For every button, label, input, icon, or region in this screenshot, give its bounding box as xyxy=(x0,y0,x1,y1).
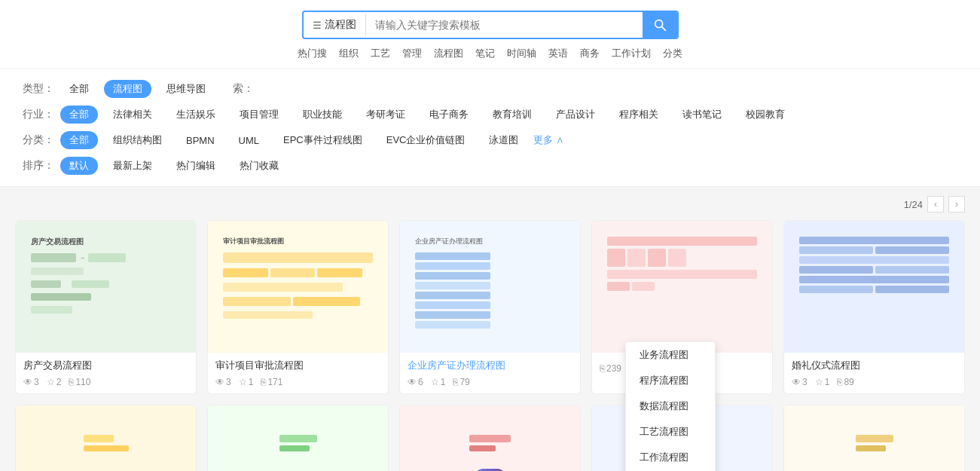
industry-pm[interactable]: 项目管理 xyxy=(230,106,288,124)
bottom-card-3[interactable] xyxy=(399,405,581,471)
svg-line-1 xyxy=(661,27,665,31)
card-5-title: 婚礼仪式流程图 xyxy=(792,359,957,372)
thumb-art-1: 房产交易流程图 → xyxy=(25,231,187,343)
card-3[interactable]: 企业房产证办理流程图 企业房产证办理流程图 xyxy=(399,220,581,394)
card-1-thumb: 房产交易流程图 → xyxy=(16,221,196,353)
industry-life[interactable]: 生活娱乐 xyxy=(167,106,224,124)
dropdown-item-business[interactable]: 业务流程图 xyxy=(626,342,715,368)
hot-tag-时间轴[interactable]: 时间轴 xyxy=(507,47,536,60)
dropdown-item-program[interactable]: 程序流程图 xyxy=(626,368,715,393)
dropdown-item-work[interactable]: 工作流程图 xyxy=(626,445,715,470)
cat-swim[interactable]: 泳道图 xyxy=(480,131,527,149)
card-2-title: 审计项目审批流程图 xyxy=(215,359,380,372)
cat-evc[interactable]: EVC企业价值链图 xyxy=(377,131,475,149)
card-3-stats: 👁 6 ☆ 1 ⎘ 79 xyxy=(408,377,572,387)
menu-icon: ☰ xyxy=(313,20,322,31)
category-filter-row: 分类： 全部 组织结构图 BPMN UML EPC事件过程线图 EVC企业价值链… xyxy=(23,127,957,153)
type-all[interactable]: 全部 xyxy=(60,80,98,98)
search-input[interactable] xyxy=(366,14,643,36)
hot-tag-笔记[interactable]: 笔记 xyxy=(475,47,495,60)
type-label: 类型： xyxy=(23,82,54,96)
thumb-art-2: 审计项目审批流程图 xyxy=(217,231,379,343)
card-5[interactable]: 婚礼仪式流程图 👁 3 ☆ 1 ⎘ 89 xyxy=(783,220,965,394)
next-page-button[interactable]: › xyxy=(948,196,965,213)
copy-icon-2: ⎘ xyxy=(261,377,266,387)
type-mindmap[interactable]: 思维导图 xyxy=(157,80,215,98)
search-icon xyxy=(653,18,667,32)
industry-label: 行业： xyxy=(23,108,54,121)
search-extra-label: 索： xyxy=(233,82,263,96)
bottom-cards-grid xyxy=(15,405,965,471)
industry-all[interactable]: 全部 xyxy=(60,106,98,124)
industry-exam[interactable]: 考研考证 xyxy=(357,106,414,124)
sort-hot-edit[interactable]: 热门编辑 xyxy=(167,157,224,175)
industry-dev[interactable]: 程序相关 xyxy=(610,106,667,124)
dropdown-item-data[interactable]: 数据流程图 xyxy=(626,393,715,419)
card-5-views: 👁 3 xyxy=(792,377,808,387)
industry-education[interactable]: 教育培训 xyxy=(484,106,541,124)
sort-default[interactable]: 默认 xyxy=(60,157,98,175)
industry-skill[interactable]: 职业技能 xyxy=(294,106,351,124)
hot-tag-工艺[interactable]: 工艺 xyxy=(371,47,390,60)
cat-org[interactable]: 组织结构图 xyxy=(104,131,171,149)
card-2[interactable]: 审计项目审批流程图 xyxy=(207,220,389,394)
cat-bpmn[interactable]: BPMN xyxy=(177,133,224,148)
bottom-card-2[interactable] xyxy=(207,405,389,471)
cards-grid: 房产交易流程图 → xyxy=(15,220,965,394)
sort-hot-fav[interactable]: 热门收藏 xyxy=(230,157,288,175)
copy-icon-4: ⎘ xyxy=(600,363,605,374)
bottom-card-5[interactable] xyxy=(783,405,965,471)
industry-product[interactable]: 产品设计 xyxy=(547,106,604,124)
bottom-card-2-thumb xyxy=(208,405,388,471)
copy-icon-5: ⎘ xyxy=(837,377,842,387)
cat-all[interactable]: 全部 xyxy=(60,131,98,149)
more-button[interactable]: 更多 ∧ xyxy=(533,133,564,147)
industry-ecommerce[interactable]: 电子商务 xyxy=(420,106,478,124)
search-type-label: 流程图 xyxy=(325,18,356,32)
category-label: 分类： xyxy=(23,133,54,147)
cat-uml[interactable]: UML xyxy=(230,133,268,148)
card-5-info: 婚礼仪式流程图 👁 3 ☆ 1 ⎘ 89 xyxy=(784,353,964,393)
card-1-title: 房产交易流程图 xyxy=(23,359,188,372)
eye-icon: 👁 xyxy=(23,377,32,387)
star-icon-3: ☆ xyxy=(431,377,439,387)
type-flowchart[interactable]: 流程图 xyxy=(104,80,151,98)
industry-notes[interactable]: 读书笔记 xyxy=(673,106,731,124)
bottom-card-5-thumb xyxy=(784,405,964,471)
hot-tag-商务[interactable]: 商务 xyxy=(580,47,600,60)
hot-tag-流程图[interactable]: 流程图 xyxy=(434,47,463,60)
search-bar: ☰ 流程图 热门搜组织工艺管理流程图笔记时间轴英语商务工作计划分类 xyxy=(0,0,980,69)
star-icon: ☆ xyxy=(47,377,55,387)
card-1-info: 房产交易流程图 👁 3 ☆ 2 ⎘ 110 xyxy=(16,353,196,393)
card-3-stars: ☆ 1 xyxy=(431,377,446,387)
card-5-stats: 👁 3 ☆ 1 ⎘ 89 xyxy=(792,377,957,387)
card-1-stats: 👁 3 ☆ 2 ⎘ 110 xyxy=(23,377,188,387)
thumb-art-5 xyxy=(793,231,955,343)
search-button[interactable] xyxy=(643,12,677,38)
dropdown-item-craft[interactable]: 工艺流程图 xyxy=(626,419,715,445)
industry-legal[interactable]: 法律相关 xyxy=(104,106,161,124)
card-3-thumb: 企业房产证办理流程图 xyxy=(400,221,580,353)
hot-tag-分类[interactable]: 分类 xyxy=(663,47,682,60)
prev-page-button[interactable]: ‹ xyxy=(927,196,944,213)
copy-icon-3: ⎘ xyxy=(453,377,458,387)
card-1[interactable]: 房产交易流程图 → xyxy=(15,220,197,394)
card-2-stats: 👁 3 ☆ 1 ⎘ 171 xyxy=(215,377,380,387)
search-type-selector[interactable]: ☰ 流程图 xyxy=(304,14,366,36)
hot-tag-组织[interactable]: 组织 xyxy=(339,47,359,60)
card-2-thumb: 审计项目审批流程图 xyxy=(208,221,388,353)
eye-icon-2: 👁 xyxy=(215,377,224,387)
search-input-wrapper: ☰ 流程图 xyxy=(302,11,679,39)
cat-epc[interactable]: EPC事件过程线图 xyxy=(274,131,371,149)
bottom-card-1[interactable] xyxy=(15,405,197,471)
industry-campus[interactable]: 校园教育 xyxy=(737,106,794,124)
sort-newest[interactable]: 最新上架 xyxy=(104,157,161,175)
search-box-row: ☰ 流程图 xyxy=(302,11,679,39)
card-1-stars: ☆ 2 xyxy=(47,377,62,387)
card-2-info: 审计项目审批流程图 👁 3 ☆ 1 ⎘ 171 xyxy=(208,353,388,393)
dropdown-menu: 业务流程图 程序流程图 数据流程图 工艺流程图 工作流程图 系统流程图 word… xyxy=(625,341,716,471)
hot-tag-热门搜[interactable]: 热门搜 xyxy=(298,47,327,60)
hot-tag-英语[interactable]: 英语 xyxy=(548,47,568,60)
hot-tag-工作计划[interactable]: 工作计划 xyxy=(612,47,651,60)
hot-tag-管理[interactable]: 管理 xyxy=(402,47,422,60)
